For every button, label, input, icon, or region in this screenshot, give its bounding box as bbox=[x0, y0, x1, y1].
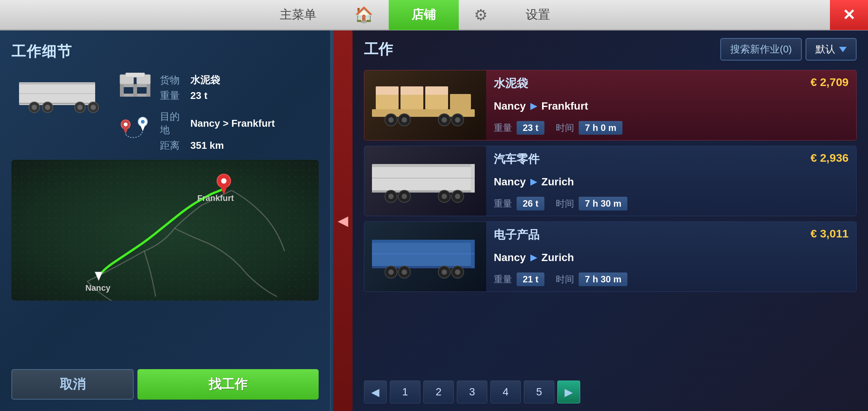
job-card-1[interactable]: 水泥袋 € 2,709 Nancy ▶ Frankfurt 重量 23 t bbox=[364, 70, 857, 140]
job-3-from: Nancy bbox=[494, 252, 526, 264]
svg-point-29 bbox=[221, 178, 227, 184]
job-3-time-stat: 时间 7 h 30 m bbox=[556, 272, 627, 286]
nav-home-icon[interactable]: 🏠 bbox=[339, 0, 389, 30]
svg-point-41 bbox=[388, 117, 394, 123]
page-4-button[interactable]: 4 bbox=[490, 381, 521, 403]
svg-point-10 bbox=[91, 105, 96, 110]
distance-value: 351 km bbox=[190, 140, 224, 151]
job-1-to: Frankfurt bbox=[541, 100, 588, 112]
main-content: 工作细节 bbox=[0, 30, 868, 411]
job-3-route: Nancy ▶ Zurich bbox=[494, 252, 849, 264]
svg-rect-1 bbox=[19, 82, 95, 84]
nav-shop[interactable]: 店铺 bbox=[389, 0, 459, 30]
job-2-to: Zurich bbox=[541, 176, 574, 188]
svg-text:Nancy: Nancy bbox=[85, 283, 111, 293]
panel-left-arrow[interactable]: ◀ bbox=[333, 30, 353, 411]
distance-row: 距离 351 km bbox=[160, 139, 275, 152]
job-2-time-label: 时间 bbox=[556, 198, 574, 210]
cargo-row: 货物 水泥袋 bbox=[160, 73, 220, 87]
job-info-section: 货物 水泥袋 重量 23 t bbox=[118, 69, 319, 152]
svg-text:Frankfurt: Frankfurt bbox=[197, 193, 234, 203]
find-job-button[interactable]: 找工作 bbox=[137, 369, 319, 400]
svg-point-43 bbox=[402, 117, 407, 123]
svg-point-22 bbox=[124, 123, 128, 126]
job-2-from: Nancy bbox=[494, 176, 526, 188]
svg-rect-36 bbox=[450, 94, 471, 109]
svg-rect-16 bbox=[147, 84, 150, 97]
bottom-buttons: 取消 找工作 bbox=[11, 369, 319, 400]
map-svg: Nancy Frankfurt bbox=[11, 160, 319, 301]
right-controls: 搜索新作业(0) 默认 bbox=[720, 38, 857, 61]
page-1-button[interactable]: 1 bbox=[390, 381, 420, 403]
job-3-stats: 重量 21 t 时间 7 h 30 m bbox=[494, 272, 849, 286]
dropdown-arrow-icon bbox=[839, 47, 847, 52]
cargo-icon-row: 货物 水泥袋 重量 23 t bbox=[118, 73, 319, 103]
default-sort-button[interactable]: 默认 bbox=[806, 38, 857, 61]
job-2-weight-label: 重量 bbox=[494, 198, 512, 210]
nav-items: 主菜单 🏠 店铺 ⚙ 设置 bbox=[0, 0, 830, 30]
svg-point-6 bbox=[45, 105, 50, 110]
job-card-2-info: 汽车零件 € 2,936 Nancy ▶ Zurich 重量 26 t bbox=[486, 146, 856, 216]
job-card-2[interactable]: 汽车零件 € 2,936 Nancy ▶ Zurich 重量 26 t bbox=[364, 146, 857, 216]
svg-rect-39 bbox=[425, 86, 448, 95]
job-2-price: € 2,936 bbox=[811, 151, 849, 164]
job-card-3[interactable]: 电子产品 € 3,011 Nancy ▶ Zurich 重量 21 t bbox=[364, 221, 857, 292]
job-2-route: Nancy ▶ Zurich bbox=[494, 176, 849, 188]
job-details-top: 货物 水泥袋 重量 23 t bbox=[11, 69, 319, 152]
svg-point-56 bbox=[402, 194, 407, 199]
job-card-3-header: 电子产品 € 3,011 bbox=[494, 227, 849, 243]
job-3-to: Zurich bbox=[541, 252, 574, 264]
page-next-button[interactable]: ▶ bbox=[557, 381, 580, 403]
job-1-from: Nancy bbox=[494, 100, 526, 112]
job-card-2-image bbox=[364, 146, 486, 216]
job-3-price: € 3,011 bbox=[811, 227, 849, 240]
nav-settings[interactable]: 设置 bbox=[503, 0, 573, 30]
left-panel-title: 工作细节 bbox=[11, 42, 319, 61]
right-panel-jobs: 工作 搜索新作业(0) 默认 bbox=[353, 30, 868, 411]
job-2-weight-value: 26 t bbox=[517, 197, 544, 210]
svg-point-60 bbox=[455, 194, 460, 199]
weight-value: 23 t bbox=[190, 90, 207, 102]
job-1-price: € 2,709 bbox=[811, 76, 849, 89]
job-2-weight-stat: 重量 26 t bbox=[494, 197, 544, 210]
svg-point-8 bbox=[77, 105, 83, 110]
close-button[interactable]: ✕ bbox=[830, 0, 868, 30]
job-1-cargo: 水泥袋 bbox=[494, 76, 528, 91]
top-navigation: 主菜单 🏠 店铺 ⚙ 设置 ✕ bbox=[0, 0, 868, 30]
page-3-button[interactable]: 3 bbox=[457, 381, 487, 403]
job-card-1-info: 水泥袋 € 2,709 Nancy ▶ Frankfurt 重量 23 t bbox=[486, 70, 856, 140]
job-card-1-image bbox=[364, 70, 486, 140]
search-new-job-button[interactable]: 搜索新作业(0) bbox=[720, 38, 802, 61]
route-arrow-icon-3: ▶ bbox=[530, 253, 537, 263]
cargo-label: 货物 bbox=[160, 73, 183, 87]
cancel-button[interactable]: 取消 bbox=[11, 369, 134, 400]
page-2-button[interactable]: 2 bbox=[423, 381, 454, 403]
svg-rect-14 bbox=[120, 84, 124, 97]
right-header: 工作 搜索新作业(0) 默认 bbox=[364, 38, 857, 61]
svg-point-69 bbox=[402, 269, 407, 275]
svg-rect-35 bbox=[425, 94, 448, 109]
weight-label: 重量 bbox=[160, 89, 183, 102]
default-label: 默认 bbox=[815, 43, 835, 56]
job-2-cargo: 汽车零件 bbox=[494, 151, 539, 167]
nav-settings-icon[interactable]: ⚙ bbox=[459, 0, 503, 30]
svg-rect-33 bbox=[376, 94, 399, 109]
route-arrow-icon-2: ▶ bbox=[530, 177, 537, 187]
destination-value: Nancy > Frankfurt bbox=[190, 118, 275, 129]
right-panel-title: 工作 bbox=[364, 40, 393, 59]
job-1-time-label: 时间 bbox=[556, 122, 574, 134]
destination-info-table: 目的地 Nancy > Frankfurt 距离 351 km bbox=[160, 110, 275, 152]
page-5-button[interactable]: 5 bbox=[524, 381, 554, 403]
nav-main-menu[interactable]: 主菜单 bbox=[257, 0, 339, 30]
svg-rect-19 bbox=[126, 73, 145, 77]
svg-marker-26 bbox=[95, 272, 102, 281]
svg-point-73 bbox=[455, 269, 460, 275]
cargo-value: 水泥袋 bbox=[190, 73, 220, 87]
svg-rect-62 bbox=[372, 240, 475, 243]
page-prev-button[interactable]: ◀ bbox=[364, 381, 387, 403]
left-panel-job-details: 工作细节 bbox=[0, 30, 331, 411]
svg-rect-15 bbox=[133, 84, 137, 97]
svg-rect-49 bbox=[372, 164, 475, 167]
job-3-weight-value: 21 t bbox=[517, 272, 544, 286]
svg-rect-34 bbox=[400, 94, 423, 109]
